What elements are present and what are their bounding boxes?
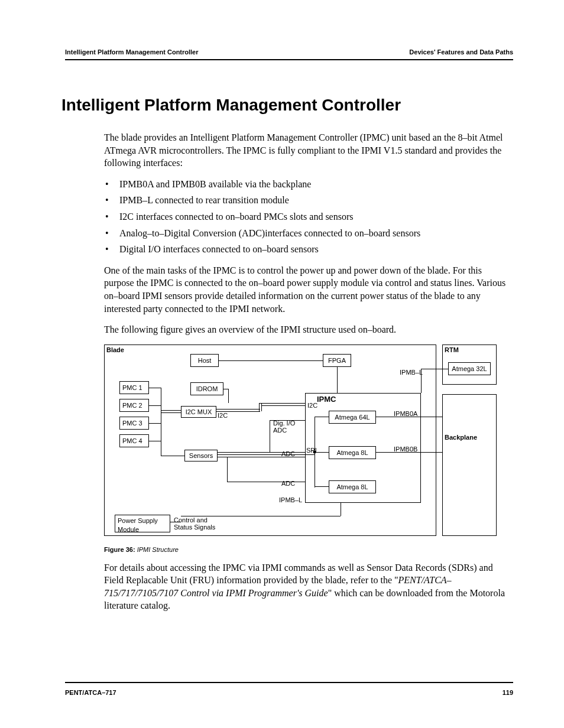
figure-caption: Figure 36: IPMI Structure	[104, 545, 513, 554]
backplane-label: Backplane	[445, 433, 477, 442]
atmega8l-a-box: Atmega 8L	[329, 446, 376, 459]
i2c-port-label: I2C	[307, 401, 317, 410]
ipmb0b-label: IPMB0B	[394, 445, 417, 454]
list-item: IPMB–L connected to rear transition modu…	[104, 194, 513, 207]
power-supply-module-box: Power Supply Module	[115, 515, 170, 532]
pmc1-box: PMC 1	[119, 381, 149, 394]
ipmc-label: IPMC	[317, 394, 336, 405]
adc-label3: ADC	[281, 479, 295, 488]
page-footer: PENT/ATCA–717 119	[65, 682, 513, 696]
footer-left: PENT/ATCA–717	[65, 689, 116, 696]
pmc4-box: PMC 4	[119, 434, 149, 447]
fpga-box: FPGA	[323, 354, 351, 367]
header-left: Intelligent Platform Management Controll…	[65, 48, 199, 56]
sensors-box: Sensors	[184, 450, 218, 462]
ipmb0a-label: IPMB0A	[394, 410, 417, 418]
list-item: I2C interfaces connected to on–board PMC…	[104, 210, 513, 223]
footer-page-number: 119	[503, 689, 513, 696]
spi-label: SPI	[306, 446, 317, 455]
list-item: Digital I/O interfaces connected to on–b…	[104, 243, 513, 256]
rtm-label: RTM	[445, 346, 459, 355]
adc-label: ADC	[281, 450, 295, 459]
page-title: Intelligent Platform Management Controll…	[61, 96, 513, 115]
host-box: Host	[190, 354, 219, 367]
pmc2-box: PMC 2	[119, 399, 149, 412]
blade-label: Blade	[106, 346, 124, 355]
atmega8l-b-box: Atmega 8L	[329, 480, 376, 493]
ipmbl-top-label: IPMB–L	[400, 368, 423, 377]
running-head: Intelligent Platform Management Controll…	[65, 48, 513, 60]
closing-paragraph: For details about accessing the IPMC via…	[104, 561, 513, 612]
header-right: Devices' Features and Data Paths	[409, 48, 513, 56]
list-item: Analog–to–Digital Conversion (ADC)interf…	[104, 227, 513, 240]
body-paragraph: The following figure gives an overview o…	[104, 323, 513, 336]
intro-paragraph: The blade provides an Intelligent Platfo…	[104, 131, 513, 170]
ipmi-structure-diagram: Blade RTM Atmega 32L Backplane Host FPGA…	[104, 344, 497, 540]
feature-list: IPMB0A and IPMB0B available via the back…	[104, 178, 513, 256]
adc-label2: ADC	[273, 426, 287, 435]
i2cmux-box: I2C MUX	[181, 406, 216, 418]
idrom-box: IDROM	[190, 382, 223, 395]
i2c-label: I2C	[218, 411, 228, 420]
pmc3-box: PMC 3	[119, 417, 149, 430]
atmega32l-box: Atmega 32L	[448, 362, 491, 375]
atmega64l-box: Atmega 64L	[329, 411, 376, 424]
list-item: IPMB0A and IPMB0B available via the back…	[104, 178, 513, 191]
ipmbl-label: IPMB–L	[279, 496, 302, 505]
control-status-label2: Status Signals	[174, 523, 215, 532]
body-paragraph: One of the main tasks of the IPMC is to …	[104, 264, 513, 315]
